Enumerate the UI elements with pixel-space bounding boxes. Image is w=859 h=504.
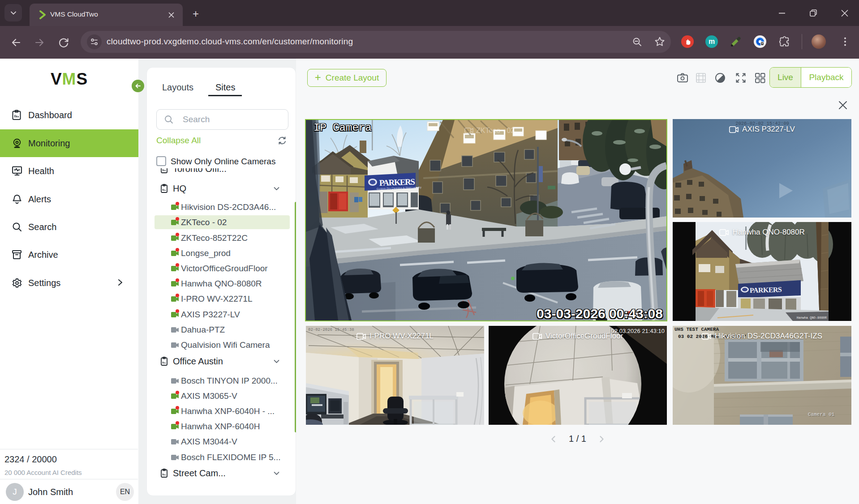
svg-text:PARKERS: PARKERS <box>750 286 782 294</box>
svg-text:Hanwha QNO-8080R: Hanwha QNO-8080R <box>797 316 827 320</box>
svg-text:Camera 01: Camera 01 <box>808 412 835 417</box>
svg-text:IP Camera: IP Camera <box>314 122 372 134</box>
svg-text:03-03-2026 00:43:08: 03-03-2026 00:43:08 <box>537 306 663 320</box>
svg-text:ZKTeco - 02: ZKTeco - 02 <box>476 127 515 134</box>
